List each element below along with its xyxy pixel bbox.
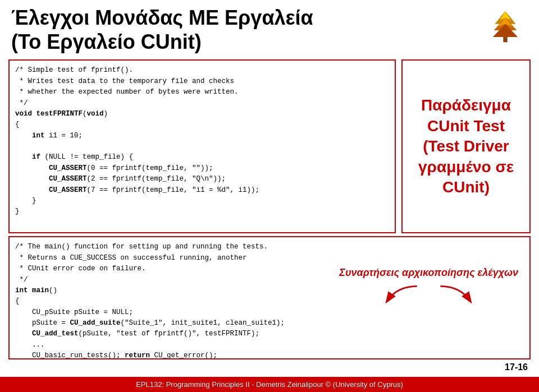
svg-marker-3 xyxy=(493,24,518,37)
university-logo-icon xyxy=(488,8,522,45)
arrow-right-icon xyxy=(433,284,478,306)
arrow-left-icon xyxy=(380,284,424,306)
code-box-top: /* Simple test of fprintf(). * Writes te… xyxy=(8,59,396,233)
header: Έλεγχοι Μονάδας ΜΕ Εργαλεία (Το Εργαλείο… xyxy=(0,0,539,57)
slide-container: Έλεγχοι Μονάδας ΜΕ Εργαλεία (Το Εργαλείο… xyxy=(0,0,539,392)
footer: EPL132: Programming Principles II - Deme… xyxy=(0,377,539,392)
content-area: /* Simple test of fprintf(). * Writes te… xyxy=(0,57,539,236)
footer-text: EPL132: Programming Principles II - Deme… xyxy=(136,380,403,389)
annotation-area: Συναρτήσεις αρχικοποίησης ελέγχων xyxy=(339,265,518,306)
title-line1: Έλεγχοι Μονάδας ΜΕ Εργαλεία xyxy=(11,6,313,29)
right-panel: Παράδειγμα CUnit Test (Test Driver γραμμ… xyxy=(401,59,531,233)
title-block: Έλεγχοι Μονάδας ΜΕ Εργαλεία (Το Εργαλείο… xyxy=(11,6,483,54)
arrows-container xyxy=(380,284,478,306)
annotation-text: Συναρτήσεις αρχικοποίησης ελέγχων xyxy=(339,265,518,281)
code-top-content: /* Simple test of fprintf(). * Writes te… xyxy=(15,65,389,217)
title-line2: (Το Εργαλείο CUnit) xyxy=(11,30,202,53)
main-title: Έλεγχοι Μονάδας ΜΕ Εργαλεία (Το Εργαλείο… xyxy=(11,6,483,54)
code-box-bottom: /* The main() function for setting up an… xyxy=(8,236,531,359)
logo-block xyxy=(483,6,528,45)
slide-number: 17-16 xyxy=(505,362,528,372)
right-panel-text: Παράδειγμα CUnit Test (Test Driver γραμμ… xyxy=(411,95,521,197)
